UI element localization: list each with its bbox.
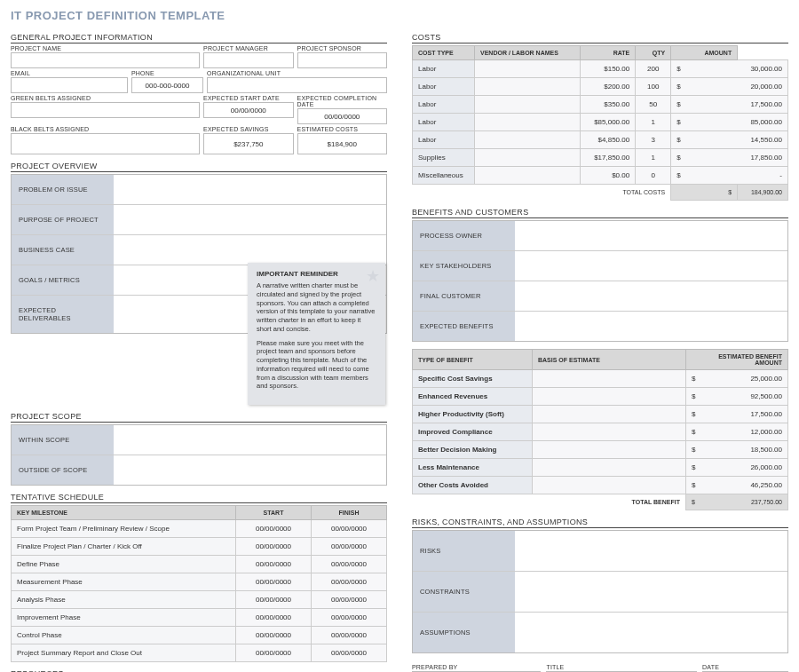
schedule-cell[interactable]: Finalize Project Plan / Charter / Kick O… xyxy=(12,538,236,556)
expected-completion-input[interactable]: 00/00/0000 xyxy=(297,108,387,124)
benefit-basis[interactable] xyxy=(533,406,686,423)
org-unit-input[interactable] xyxy=(207,77,387,93)
phone-input[interactable]: 000-000-0000 xyxy=(131,77,203,93)
cost-cell[interactable] xyxy=(475,60,581,78)
row-value[interactable] xyxy=(114,235,386,265)
row-value[interactable] xyxy=(515,251,787,281)
cost-cell[interactable] xyxy=(475,96,581,114)
cost-cell[interactable]: Labor xyxy=(413,131,475,149)
row-value[interactable] xyxy=(114,175,386,204)
cost-cell[interactable]: $17,850.00 xyxy=(581,149,636,167)
schedule-cell[interactable]: Define Phase xyxy=(12,556,236,573)
cost-cell[interactable]: $0.00 xyxy=(581,167,636,185)
schedule-cell[interactable]: 00/00/0000 xyxy=(312,573,387,591)
cost-cell[interactable]: 3 xyxy=(636,131,671,149)
benefit-amount[interactable]: $46,250.00 xyxy=(686,477,788,494)
schedule-cell[interactable]: 00/00/0000 xyxy=(236,520,312,538)
row-label: EXPECTED BENEFITS xyxy=(413,312,515,341)
row-value[interactable] xyxy=(515,221,787,250)
prepared-by-label: PREPARED BY xyxy=(412,664,541,670)
row-value[interactable] xyxy=(114,455,386,485)
expected-start-input[interactable]: 00/00/0000 xyxy=(203,102,293,118)
row-label: BUSINESS CASE xyxy=(12,235,114,265)
cost-cell[interactable]: Labor xyxy=(413,96,475,114)
benefit-amount[interactable]: $26,000.00 xyxy=(686,459,788,477)
benefit-amount[interactable]: $17,500.00 xyxy=(686,406,788,423)
schedule-cell[interactable]: 00/00/0000 xyxy=(312,644,387,662)
benefit-basis[interactable] xyxy=(533,388,686,406)
cost-cell[interactable]: $150.00 xyxy=(581,60,636,78)
benefit-amount[interactable]: $12,000.00 xyxy=(686,423,788,441)
row-value[interactable] xyxy=(114,425,386,455)
cost-cell[interactable] xyxy=(475,167,581,185)
cost-cell[interactable]: 0 xyxy=(636,167,671,185)
schedule-cell[interactable]: 00/00/0000 xyxy=(236,644,312,662)
cost-cell[interactable]: $200.00 xyxy=(581,78,636,96)
row-value[interactable] xyxy=(515,531,787,571)
cost-cell[interactable]: Supplies xyxy=(413,149,475,167)
schedule-cell[interactable]: Project Summary Report and Close Out xyxy=(12,644,236,662)
schedule-cell[interactable]: Improvement Phase xyxy=(12,609,236,627)
schedule-cell[interactable]: 00/00/0000 xyxy=(236,538,312,556)
schedule-cell[interactable]: 00/00/0000 xyxy=(312,627,387,644)
schedule-cell[interactable]: 00/00/0000 xyxy=(312,556,387,573)
benefit-type: Improved Compliance xyxy=(413,423,533,441)
reminder-p1: A narrative written charter must be circ… xyxy=(257,281,376,334)
row-value[interactable] xyxy=(515,613,787,652)
cost-cell[interactable]: $85,000.00 xyxy=(581,114,636,131)
benefit-amount[interactable]: $25,000.00 xyxy=(686,370,788,388)
cost-cell[interactable]: 100 xyxy=(636,78,671,96)
schedule-cell[interactable]: 00/00/0000 xyxy=(312,591,387,609)
black-belts-input[interactable] xyxy=(11,133,200,154)
estimated-costs-label: ESTIMATED COSTS xyxy=(297,126,387,132)
cost-cell[interactable]: $4,850.00 xyxy=(581,131,636,149)
cost-cell[interactable] xyxy=(475,131,581,149)
cost-cell[interactable]: 200 xyxy=(636,60,671,78)
schedule-cell[interactable]: 00/00/0000 xyxy=(312,538,387,556)
schedule-cell[interactable]: 00/00/0000 xyxy=(236,556,312,573)
cost-cell[interactable]: 1 xyxy=(636,149,671,167)
row-value[interactable] xyxy=(515,572,787,612)
schedule-cell[interactable]: 00/00/0000 xyxy=(236,573,312,591)
email-input[interactable] xyxy=(11,77,128,93)
general-header: GENERAL PROJECT INFORMATION xyxy=(11,33,387,43)
cost-cell[interactable]: Miscellaneous xyxy=(413,167,475,185)
project-name-input[interactable] xyxy=(11,52,200,68)
project-manager-input[interactable] xyxy=(203,52,293,68)
schedule-cell[interactable]: 00/00/0000 xyxy=(236,591,312,609)
cost-cell[interactable] xyxy=(475,149,581,167)
schedule-cell[interactable]: Control Phase xyxy=(12,627,236,644)
cost-cell[interactable]: Labor xyxy=(413,78,475,96)
cost-cell[interactable]: 50 xyxy=(636,96,671,114)
cost-cell[interactable]: Labor xyxy=(413,60,475,78)
schedule-cell[interactable]: 00/00/0000 xyxy=(236,627,312,644)
benefit-basis[interactable] xyxy=(533,477,686,494)
schedule-cell[interactable]: 00/00/0000 xyxy=(236,609,312,627)
schedule-cell[interactable]: 00/00/0000 xyxy=(312,520,387,538)
row-label: ASSUMPTIONS xyxy=(413,613,515,652)
row-value[interactable] xyxy=(515,312,787,341)
benefit-basis[interactable] xyxy=(533,370,686,388)
project-sponsor-input[interactable] xyxy=(297,52,387,68)
overview-header: PROJECT OVERVIEW xyxy=(11,162,387,172)
benefit-basis[interactable] xyxy=(533,459,686,477)
green-belts-input[interactable] xyxy=(11,102,200,118)
cost-cell[interactable]: $350.00 xyxy=(581,96,636,114)
cost-cell[interactable] xyxy=(475,78,581,96)
schedule-cell[interactable]: Form Project Team / Preliminary Review /… xyxy=(12,520,236,538)
row-value[interactable] xyxy=(114,205,386,234)
schedule-header: TENTATIVE SCHEDULE xyxy=(11,493,387,503)
schedule-cell[interactable]: Measurement Phase xyxy=(12,573,236,591)
costs-header: COSTS xyxy=(412,33,788,43)
schedule-cell[interactable]: Analysis Phase xyxy=(12,591,236,609)
cost-cell[interactable] xyxy=(475,114,581,131)
benefit-amount[interactable]: $18,500.00 xyxy=(686,441,788,459)
benefit-basis[interactable] xyxy=(533,423,686,441)
schedule-cell[interactable]: 00/00/0000 xyxy=(312,609,387,627)
cost-cell[interactable]: Labor xyxy=(413,114,475,131)
cost-cell[interactable]: 1 xyxy=(636,114,671,131)
schedule-table: KEY MILESTONESTARTFINISHForm Project Tea… xyxy=(11,505,387,662)
row-value[interactable] xyxy=(515,281,787,311)
benefit-amount[interactable]: $92,500.00 xyxy=(686,388,788,406)
benefit-basis[interactable] xyxy=(533,441,686,459)
